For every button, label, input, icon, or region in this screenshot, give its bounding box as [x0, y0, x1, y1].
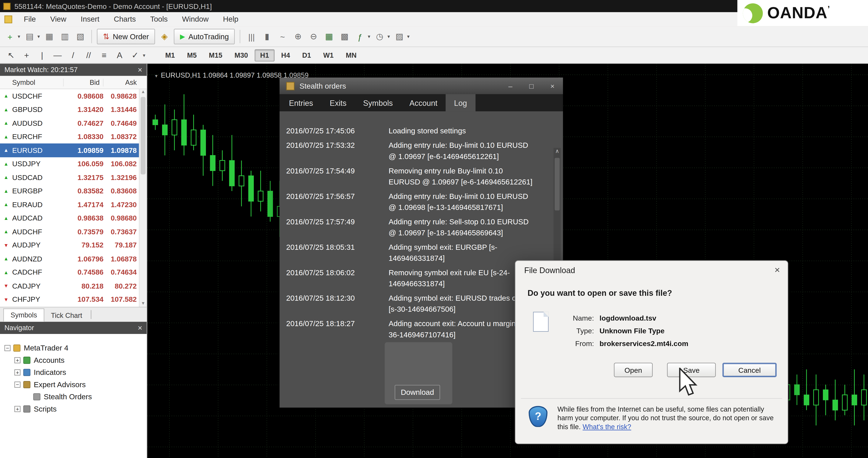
column-symbol[interactable]: Symbol: [0, 79, 64, 86]
menu-window[interactable]: Window: [175, 12, 216, 27]
dropdown-caret-icon[interactable]: ▾: [37, 34, 40, 39]
tile-windows-icon[interactable]: ▦: [322, 29, 336, 44]
timeframe-m15[interactable]: M15: [203, 49, 228, 61]
stealth-tab-log[interactable]: Log: [446, 94, 475, 111]
tab-symbols[interactable]: Symbols: [3, 309, 44, 322]
market-watch-row-chfjpy[interactable]: ▼CHFJPY107.534107.582: [0, 293, 147, 306]
periods-icon[interactable]: ◷: [373, 29, 387, 44]
stealth-tab-account[interactable]: Account: [401, 94, 446, 111]
market-watch-row-usdjpy[interactable]: ▲USDJPY106.059106.082: [0, 157, 147, 170]
profiles-icon[interactable]: ▤: [23, 29, 37, 44]
market-watch-row-audchf[interactable]: ▲AUDCHF0.735790.73637: [0, 225, 147, 238]
tree-item-expert-advisors[interactable]: −Expert Advisors: [0, 378, 147, 390]
dropdown-caret-icon[interactable]: ▾: [143, 52, 145, 58]
market-watch-row-eurusd[interactable]: ▲EURUSD1.098591.09878: [0, 143, 147, 157]
equidistant-channel-icon[interactable]: //: [82, 47, 96, 63]
timeframe-mn[interactable]: MN: [340, 49, 362, 61]
column-ask[interactable]: Ask: [103, 79, 147, 86]
market-watch-row-usdchf[interactable]: ▲USDCHF0.986080.98628: [0, 89, 147, 103]
market-watch-icon[interactable]: ▦: [42, 29, 57, 44]
expand-plus-icon[interactable]: +: [14, 357, 21, 363]
zoom-out-icon[interactable]: ⊖: [306, 29, 321, 44]
market-watch-row-euraud[interactable]: ▲EURAUD1.471741.47230: [0, 198, 147, 211]
text-tool-icon[interactable]: A: [112, 47, 127, 63]
navigator-close-icon[interactable]: ×: [138, 324, 142, 332]
candlestick-icon[interactable]: ▮: [260, 29, 274, 44]
dialog-close-icon[interactable]: ×: [775, 266, 780, 275]
timeframe-d1[interactable]: D1: [297, 49, 317, 61]
market-watch-row-cadjpy[interactable]: ▼CADJPY80.21880.272: [0, 279, 147, 293]
tree-item-accounts[interactable]: +Accounts: [0, 354, 147, 366]
market-watch-row-cadchf[interactable]: ▲CADCHF0.745860.74634: [0, 265, 147, 279]
new-chart-icon[interactable]: +: [3, 29, 17, 44]
timeframe-m5[interactable]: M5: [182, 49, 203, 61]
crosshair-icon[interactable]: +: [19, 47, 34, 63]
expand-plus-icon[interactable]: +: [14, 369, 21, 375]
cascade-windows-icon[interactable]: ▩: [337, 29, 352, 44]
minimize-icon[interactable]: –: [500, 82, 521, 90]
stealth-scroll-up-icon[interactable]: ∧: [555, 148, 559, 154]
collapse-minus-icon[interactable]: −: [14, 381, 21, 388]
market-watch-row-audnzd[interactable]: ▲AUDNZD1.067961.06878: [0, 252, 147, 265]
timeframe-w1[interactable]: W1: [318, 49, 339, 61]
arrows-tool-icon[interactable]: ✓: [128, 47, 142, 63]
menu-tools[interactable]: Tools: [143, 12, 175, 27]
stealth-tab-exits[interactable]: Exits: [321, 94, 355, 111]
dropdown-caret-icon[interactable]: ▾: [407, 34, 410, 39]
tree-item-scripts[interactable]: +Scripts: [0, 403, 147, 415]
horizontal-line-icon[interactable]: —: [51, 47, 65, 63]
tab-tick-chart[interactable]: Tick Chart: [44, 310, 89, 322]
market-watch-close-icon[interactable]: ×: [138, 66, 142, 74]
chart-menu-icon[interactable]: [4, 16, 12, 23]
stealth-titlebar[interactable]: Stealth orders – □ ×: [280, 78, 563, 94]
autotrading-button[interactable]: ▶ AutoTrading: [174, 29, 235, 44]
expert-advisors-toolbar-icon[interactable]: ◈: [157, 29, 172, 44]
trendline-icon[interactable]: /: [66, 47, 80, 63]
timeframe-m1[interactable]: M1: [160, 49, 181, 61]
tree-item-metatrader-4[interactable]: −MetaTrader 4: [0, 342, 147, 354]
zoom-in-icon[interactable]: ⊕: [291, 29, 305, 44]
timeframe-m30[interactable]: M30: [229, 49, 253, 61]
market-watch-scrollbar[interactable]: ▲ ▼: [139, 89, 147, 307]
collapse-minus-icon[interactable]: −: [4, 345, 10, 351]
download-button[interactable]: Download: [395, 385, 440, 400]
menu-charts[interactable]: Charts: [106, 12, 143, 27]
whats-the-risk-link[interactable]: What's the risk?: [583, 423, 631, 431]
cancel-button[interactable]: Cancel: [722, 363, 777, 377]
scroll-down-icon[interactable]: ▼: [140, 301, 147, 306]
dropdown-caret-icon[interactable]: ▾: [18, 34, 20, 39]
fibonacci-icon[interactable]: ≡: [97, 47, 111, 63]
chart-label-arrow-icon[interactable]: ▾: [155, 73, 157, 79]
market-watch-row-usdcad[interactable]: ▲USDCAD1.321751.32196: [0, 170, 147, 184]
market-watch-row-audjpy[interactable]: ▼AUDJPY79.15279.187: [0, 238, 147, 252]
scrollbar-thumb[interactable]: [141, 97, 146, 174]
indicators-icon[interactable]: ƒ: [353, 29, 367, 44]
vertical-line-icon[interactable]: |: [35, 47, 50, 63]
maximize-icon[interactable]: □: [521, 82, 542, 90]
dropdown-caret-icon[interactable]: ▾: [368, 34, 370, 39]
timeframe-h4[interactable]: H4: [276, 49, 296, 61]
cursor-tool-icon[interactable]: ↖: [4, 47, 18, 63]
timeframe-h1[interactable]: H1: [254, 49, 274, 61]
line-chart-icon[interactable]: ~: [275, 29, 290, 44]
market-watch-row-gbpusd[interactable]: ▲GBPUSD1.314201.31446: [0, 103, 147, 116]
open-button[interactable]: Open: [614, 363, 653, 377]
stealth-tab-entries[interactable]: Entries: [281, 94, 321, 111]
bar-chart-icon[interactable]: |||: [244, 29, 259, 44]
stealth-scrollbar-thumb[interactable]: [555, 158, 560, 210]
close-icon[interactable]: ×: [542, 82, 563, 90]
dropdown-caret-icon[interactable]: ▾: [388, 34, 390, 39]
market-watch-row-eurgbp[interactable]: ▲EURGBP0.835820.83608: [0, 184, 147, 198]
expand-plus-icon[interactable]: +: [14, 406, 21, 412]
column-bid[interactable]: Bid: [64, 79, 103, 86]
scroll-up-icon[interactable]: ▲: [141, 89, 145, 94]
stealth-tab-symbols[interactable]: Symbols: [355, 94, 401, 111]
tree-item-indicators[interactable]: +Indicators: [0, 366, 147, 378]
menu-file[interactable]: File: [17, 12, 43, 27]
data-window-icon[interactable]: ▥: [58, 29, 72, 44]
navigator-icon[interactable]: ▧: [73, 29, 88, 44]
tree-item-stealth-orders[interactable]: −Stealth Orders: [0, 390, 147, 402]
dialog-titlebar[interactable]: File Download ×: [516, 261, 788, 275]
market-watch-row-audcad[interactable]: ▲AUDCAD0.986380.98680: [0, 211, 147, 225]
menu-view[interactable]: View: [43, 12, 73, 27]
